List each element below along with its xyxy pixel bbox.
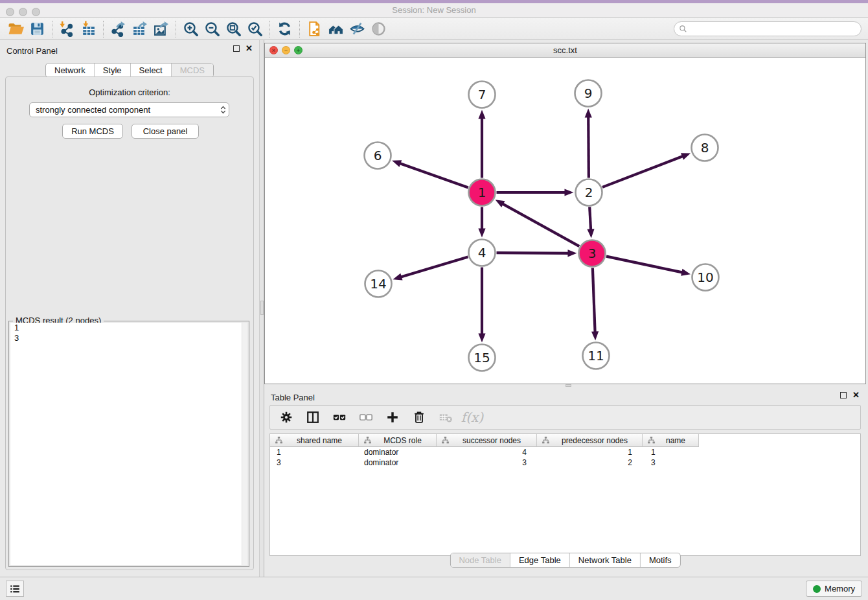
window-titlebar: Session: New Session <box>0 0 868 18</box>
status-bar: Memory <box>0 577 868 600</box>
tab-motifs[interactable]: Motifs <box>640 553 680 567</box>
graph-edge-arrowhead <box>585 108 592 117</box>
add-column-icon[interactable] <box>384 409 401 426</box>
main-toolbar <box>0 18 868 40</box>
open-session-icon[interactable] <box>5 19 27 39</box>
export-network-icon[interactable] <box>108 19 129 39</box>
run-mcds-button[interactable]: Run MCDS <box>62 124 123 139</box>
graph-edge[interactable] <box>400 257 468 277</box>
task-history-button[interactable] <box>6 581 24 597</box>
column-header-successor-nodes[interactable]: successor nodes <box>437 434 537 447</box>
graph-edge[interactable] <box>589 207 591 230</box>
tab-network-table[interactable]: Network Table <box>569 553 640 567</box>
import-table-icon[interactable] <box>78 19 99 39</box>
column-header-shared-name[interactable]: shared name <box>270 434 359 447</box>
graph-svg[interactable]: 1234678910111415 <box>265 58 865 384</box>
graph-edge-arrowhead <box>496 200 505 207</box>
tab-mcds[interactable]: MCDS <box>171 63 213 77</box>
mcds-result-box: MCDS result (2 nodes) 13 <box>8 321 249 567</box>
column-header-predecessor-nodes[interactable]: predecessor nodes <box>537 434 643 447</box>
graph-edge-arrowhead <box>681 269 691 276</box>
close-table-panel-icon[interactable]: ✕ <box>852 392 860 398</box>
graph-edge[interactable] <box>602 156 683 187</box>
graph-edge[interactable] <box>593 268 595 332</box>
minimize-window-button[interactable] <box>19 8 27 16</box>
graph-edge-arrowhead <box>565 189 574 196</box>
result-scrollbar[interactable] <box>242 323 247 565</box>
export-table-icon[interactable] <box>129 19 150 39</box>
table-cell: 1 <box>270 447 359 457</box>
zoom-out-icon[interactable] <box>201 19 223 39</box>
tab-node-table[interactable]: Node Table <box>450 553 510 567</box>
graph-edge-arrowhead <box>567 249 577 257</box>
criterion-select[interactable]: strongly connected component <box>29 102 229 117</box>
toolbar-separator <box>52 21 52 38</box>
table-tabs: Node TableEdge TableNetwork TableMotifs <box>450 553 680 568</box>
column-header-MCDS-role[interactable]: MCDS role <box>359 434 437 447</box>
import-network-icon[interactable] <box>56 19 78 39</box>
memory-button-label: Memory <box>825 584 855 594</box>
table-cell: 1 <box>537 447 643 457</box>
uncheck-all-icon[interactable] <box>358 409 374 426</box>
delete-column-icon[interactable] <box>411 409 428 426</box>
network-zoom-button[interactable]: + <box>294 46 303 54</box>
graph-edge-arrowhead <box>478 334 485 343</box>
table-cell: 1 <box>643 447 699 457</box>
table-header-row: shared nameMCDS rolesuccessor nodesprede… <box>270 434 860 447</box>
float-table-panel-icon[interactable] <box>840 392 847 398</box>
combo-stepper-icon <box>217 103 229 117</box>
save-session-icon[interactable] <box>27 19 48 39</box>
toolbar-separator <box>299 21 300 38</box>
graph-edge-arrowhead <box>392 160 402 167</box>
network-document-icon[interactable] <box>304 19 325 39</box>
memory-status-dot <box>813 585 821 593</box>
export-image-icon[interactable] <box>150 19 172 39</box>
network-minimize-button[interactable]: − <box>282 46 290 54</box>
network-canvas[interactable]: 1234678910111415 <box>265 58 865 384</box>
mcds-result-list[interactable]: 13 <box>10 323 247 565</box>
vertical-splitter-handle[interactable] <box>260 301 264 315</box>
float-panel-icon[interactable] <box>233 45 240 52</box>
network-close-button[interactable]: × <box>269 46 278 54</box>
eye-icon[interactable] <box>368 19 389 39</box>
apply-layout-icon[interactable] <box>274 19 295 39</box>
table-cell: 3 <box>270 457 359 468</box>
close-window-button[interactable] <box>6 8 14 16</box>
network-window-traffic-lights: × − + <box>269 46 303 54</box>
zoom-fit-icon[interactable] <box>223 19 244 39</box>
close-panel-button[interactable]: Close panel <box>131 124 199 139</box>
zoom-selected-icon[interactable] <box>244 19 266 39</box>
control-panel: Control Panel ✕ NetworkStyleSelectMCDS O… <box>0 40 259 577</box>
graph-edge[interactable] <box>588 116 589 178</box>
memory-button[interactable]: Memory <box>806 581 862 597</box>
graph-edge[interactable] <box>399 163 468 188</box>
split-columns-icon[interactable] <box>304 409 321 426</box>
gear-icon[interactable] <box>278 409 295 426</box>
graph-edge-arrowhead <box>681 153 691 159</box>
graph-edge[interactable] <box>502 203 579 246</box>
zoom-in-icon[interactable] <box>180 19 201 39</box>
tab-edge-table[interactable]: Edge Table <box>510 553 569 567</box>
graph-edge[interactable] <box>496 253 569 253</box>
check-all-icon[interactable] <box>331 409 348 426</box>
column-header-name[interactable]: name <box>643 434 699 447</box>
graph-node-label: 3 <box>588 246 597 261</box>
zoom-window-button[interactable] <box>32 8 40 16</box>
mcds-result-item: 3 <box>10 333 247 343</box>
search-input[interactable] <box>687 23 861 35</box>
vertical-splitter[interactable] <box>259 40 264 577</box>
hide-eye-icon[interactable] <box>347 19 368 39</box>
graph-edge-arrowhead <box>478 229 485 238</box>
graph-node-label: 7 <box>478 87 486 102</box>
first-neighbors-icon[interactable] <box>325 19 347 39</box>
table-row[interactable]: 1dominator411 <box>270 447 860 457</box>
tab-network[interactable]: Network <box>46 63 94 77</box>
graph-node-label: 8 <box>701 140 709 156</box>
mcds-tab-content: Optimization criterion: strongly connect… <box>5 76 254 570</box>
table-row[interactable]: 3dominator323 <box>270 457 860 468</box>
tab-style[interactable]: Style <box>94 63 130 77</box>
tab-select[interactable]: Select <box>130 63 171 77</box>
search-box[interactable] <box>674 21 862 36</box>
graph-edge[interactable] <box>606 257 683 273</box>
close-panel-icon[interactable]: ✕ <box>246 45 253 52</box>
